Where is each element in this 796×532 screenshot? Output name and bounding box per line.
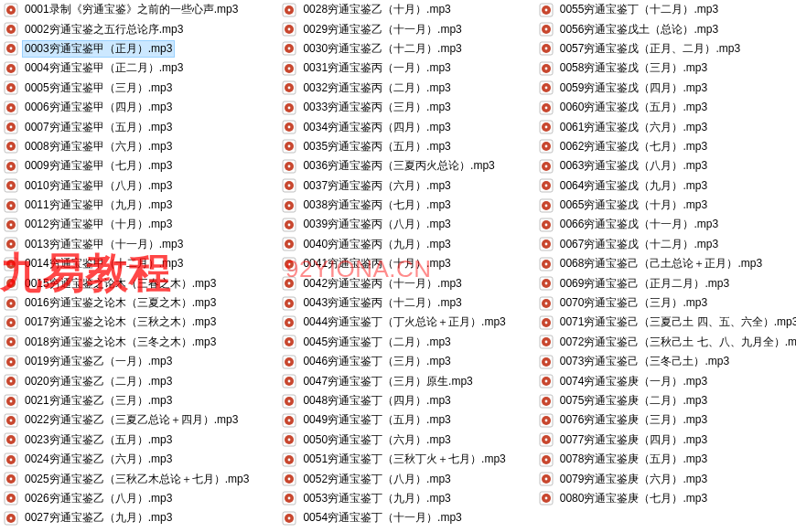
file-item[interactable]: 0078穷通宝鉴庚（五月）.mp3 — [535, 450, 796, 469]
file-item[interactable]: 0022穷通宝鉴乙（三夏乙总论＋四月）.mp3 — [0, 410, 255, 430]
file-item[interactable]: 0062穷通宝鉴戊（七月）.mp3 — [535, 137, 796, 156]
file-item[interactable]: 0064穷通宝鉴戊（九月）.mp3 — [535, 176, 796, 196]
file-item[interactable]: 0014穷通宝鉴甲（十二月）.mp3 — [0, 254, 255, 273]
audio-file-icon — [282, 355, 296, 369]
file-item[interactable]: 0045穷通宝鉴丁（二月）.mp3 — [278, 333, 511, 352]
file-item[interactable]: 0054穷通宝鉴丁（十一月）.mp3 — [278, 508, 511, 527]
file-item[interactable]: 0031穷通宝鉴丙（一月）.mp3 — [278, 59, 511, 78]
file-item[interactable]: 0005穷通宝鉴甲（三月）.mp3 — [0, 79, 255, 98]
file-item[interactable]: 0061穷通宝鉴戊（六月）.mp3 — [535, 117, 796, 136]
audio-file-icon — [4, 276, 18, 291]
svg-point-176 — [544, 87, 547, 90]
file-item[interactable]: 0010穷通宝鉴甲（八月）.mp3 — [0, 176, 255, 196]
file-item[interactable]: 0032穷通宝鉴丙（二月）.mp3 — [278, 79, 511, 98]
file-item[interactable]: 0027穷通宝鉴乙（九月）.mp3 — [0, 508, 255, 527]
file-item[interactable]: 0019穷通宝鉴乙（一月）.mp3 — [0, 352, 255, 371]
file-item[interactable]: 0009穷通宝鉴甲（七月）.mp3 — [0, 156, 255, 176]
file-item[interactable]: 0012穷通宝鉴甲（十月）.mp3 — [0, 215, 255, 234]
svg-point-116 — [288, 224, 291, 227]
file-item[interactable]: 0028穷通宝鉴乙（十月）.mp3 — [278, 0, 511, 19]
file-item[interactable]: 0007穷通宝鉴甲（五月）.mp3 — [0, 117, 255, 136]
file-item[interactable]: 0033穷通宝鉴丙（三月）.mp3 — [278, 98, 511, 117]
file-item[interactable]: 0072穷通宝鉴己（三秋己土 七、八、九月全）.mp3 — [535, 333, 796, 352]
file-item[interactable]: 0048穷通宝鉴丁（四月）.mp3 — [278, 391, 511, 410]
file-item[interactable]: 0050穷通宝鉴丁（六月）.mp3 — [278, 431, 511, 450]
audio-file-icon — [282, 101, 296, 115]
file-item[interactable]: 0026穷通宝鉴乙（八月）.mp3 — [0, 489, 255, 508]
file-item[interactable]: 0034穷通宝鉴丙（四月）.mp3 — [278, 117, 511, 136]
file-item[interactable]: 0036穷通宝鉴丙（三夏丙火总论）.mp3 — [278, 156, 511, 176]
file-item[interactable]: 0066穷通宝鉴戊（十一月）.mp3 — [535, 215, 796, 234]
file-item[interactable]: 0044穷通宝鉴丁（丁火总论＋正月）.mp3 — [278, 313, 511, 332]
file-item[interactable]: 0006穷通宝鉴甲（四月）.mp3 — [0, 98, 255, 117]
file-item[interactable]: 0029穷通宝鉴乙（十一月）.mp3 — [278, 19, 511, 38]
file-item[interactable]: 0057穷通宝鉴戊（正月、二月）.mp3 — [535, 39, 796, 59]
file-item[interactable]: 0020穷通宝鉴乙（二月）.mp3 — [0, 371, 255, 390]
audio-file-icon — [539, 80, 554, 95]
file-item[interactable]: 0058穷通宝鉴戊（三月）.mp3 — [535, 59, 796, 78]
file-item[interactable]: 0013穷通宝鉴甲（十一月）.mp3 — [0, 235, 255, 254]
file-item[interactable]: 0080穷通宝鉴庚（七月）.mp3 — [535, 489, 796, 508]
file-item[interactable]: 0011穷通宝鉴甲（九月）.mp3 — [0, 196, 255, 215]
file-item[interactable]: 0049穷通宝鉴丁（五月）.mp3 — [278, 410, 511, 430]
audio-file-icon — [4, 41, 18, 56]
file-item[interactable]: 0041穷通宝鉴丙（十月）.mp3 — [278, 254, 511, 273]
file-item[interactable]: 0003穷通宝鉴甲（正月）.mp3 — [0, 39, 255, 59]
file-item[interactable]: 0075穷通宝鉴庚（二月）.mp3 — [535, 391, 796, 410]
file-item[interactable]: 0023穷通宝鉴乙（五月）.mp3 — [0, 431, 255, 450]
file-item[interactable]: 0053穷通宝鉴丁（九月）.mp3 — [278, 489, 511, 508]
svg-point-2 — [10, 8, 13, 11]
file-item[interactable]: 0067穷通宝鉴戊（十二月）.mp3 — [535, 235, 796, 254]
file-item[interactable]: 0070穷通宝鉴己（三月）.mp3 — [535, 293, 796, 313]
svg-point-44 — [10, 282, 13, 285]
file-item[interactable]: 0042穷通宝鉴丙（十一月）.mp3 — [278, 273, 511, 293]
file-item[interactable]: 0069穷通宝鉴己（正月二月）.mp3 — [535, 273, 796, 293]
file-item[interactable]: 0017穷通宝鉴之论木（三秋之木）.mp3 — [0, 313, 255, 332]
file-item[interactable]: 0037穷通宝鉴丙（六月）.mp3 — [278, 176, 511, 196]
file-item[interactable]: 0025穷通宝鉴乙（三秋乙木总论＋七月）.mp3 — [0, 469, 255, 488]
file-item[interactable]: 0074穷通宝鉴庚（一月）.mp3 — [535, 371, 796, 390]
file-item[interactable]: 0043穷通宝鉴丙（十二月）.mp3 — [278, 293, 511, 313]
file-item[interactable]: 0047穷通宝鉴丁（三月）原生.mp3 — [278, 371, 511, 390]
file-item[interactable]: 0038穷通宝鉴丙（七月）.mp3 — [278, 196, 511, 215]
svg-point-236 — [544, 478, 547, 481]
file-item[interactable]: 0068穷通宝鉴己（己土总论＋正月）.mp3 — [535, 254, 796, 273]
file-item[interactable]: 0079穷通宝鉴庚（六月）.mp3 — [535, 469, 796, 488]
file-item[interactable]: 0015穷通宝鉴之论木（三春之木）.mp3 — [0, 273, 255, 293]
file-item[interactable]: 0051穷通宝鉴丁（三秋丁火＋七月）.mp3 — [278, 450, 511, 469]
file-name-label: 0025穷通宝鉴乙（三秋乙木总论＋七月）.mp3 — [22, 471, 252, 488]
file-item[interactable]: 0002穷通宝鉴之五行总论序.mp3 — [0, 19, 255, 38]
file-item[interactable]: 0065穷通宝鉴戊（十月）.mp3 — [535, 196, 796, 215]
file-item[interactable]: 0016穷通宝鉴之论木（三夏之木）.mp3 — [0, 293, 255, 313]
audio-file-icon — [282, 335, 296, 349]
file-item[interactable]: 0004穷通宝鉴甲（正二月）.mp3 — [0, 59, 255, 78]
file-item[interactable]: 0024穷通宝鉴乙（六月）.mp3 — [0, 450, 255, 469]
svg-point-53 — [10, 341, 13, 344]
file-item[interactable]: 0056穷通宝鉴戊土（总论）.mp3 — [535, 19, 796, 38]
file-item[interactable]: 0059穷通宝鉴戊（四月）.mp3 — [535, 79, 796, 98]
file-name-label: 0070穷通宝鉴己（三月）.mp3 — [557, 294, 710, 312]
file-item[interactable]: 0046穷通宝鉴丁（三月）.mp3 — [278, 352, 511, 371]
file-name-label: 0044穷通宝鉴丁（丁火总论＋正月）.mp3 — [300, 314, 508, 331]
file-item[interactable]: 0077穷通宝鉴庚（四月）.mp3 — [535, 431, 796, 450]
audio-file-icon — [539, 394, 554, 409]
file-item[interactable]: 0030穷通宝鉴乙（十二月）.mp3 — [278, 39, 511, 59]
file-item[interactable]: 0001录制《穷通宝鉴》之前的一些心声.mp3 — [0, 0, 255, 19]
file-item[interactable]: 0018穷通宝鉴之论木（三冬之木）.mp3 — [0, 333, 255, 352]
file-item[interactable]: 0021穷通宝鉴乙（三月）.mp3 — [0, 391, 255, 410]
file-item[interactable]: 0040穷通宝鉴丙（九月）.mp3 — [278, 235, 511, 254]
file-item[interactable]: 0052穷通宝鉴丁（八月）.mp3 — [278, 469, 511, 488]
svg-point-113 — [288, 204, 291, 207]
file-item[interactable]: 0063穷通宝鉴戊（八月）.mp3 — [535, 156, 796, 176]
audio-file-icon — [4, 315, 18, 330]
file-item[interactable]: 0039穷通宝鉴丙（八月）.mp3 — [278, 215, 511, 234]
file-item[interactable]: 0008穷通宝鉴甲（六月）.mp3 — [0, 137, 255, 156]
file-item[interactable]: 0055穷通宝鉴丁（十二月）.mp3 — [535, 0, 796, 19]
file-item[interactable]: 0073穷通宝鉴己（三冬己土）.mp3 — [535, 352, 796, 371]
file-item[interactable]: 0035穷通宝鉴丙（五月）.mp3 — [278, 137, 511, 156]
svg-point-5 — [10, 28, 13, 31]
file-item[interactable]: 0071穷通宝鉴己（三夏己土 四、五、六全）.mp3 — [535, 313, 796, 332]
file-item[interactable]: 0060穷通宝鉴戊（五月）.mp3 — [535, 98, 796, 117]
file-name-label: 0028穷通宝鉴乙（十月）.mp3 — [300, 1, 453, 18]
file-item[interactable]: 0076穷通宝鉴庚（三月）.mp3 — [535, 410, 796, 430]
